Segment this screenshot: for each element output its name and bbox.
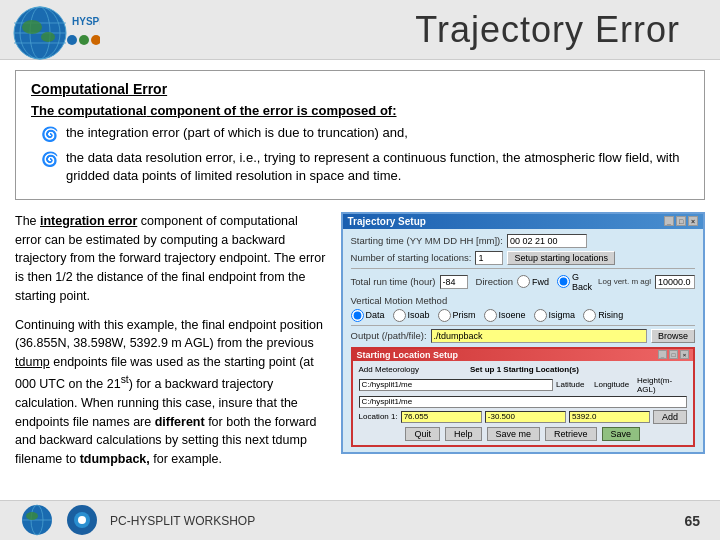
inner-close-btn[interactable]: ×	[680, 350, 689, 359]
path-row-2	[359, 396, 687, 408]
fwd-radio[interactable]	[517, 275, 530, 288]
trajectory-setup-dialog: Trajectory Setup _ □ × Starting time (YY…	[341, 212, 705, 454]
setup-locations-label: Set up 1 Starting Location(s)	[470, 365, 687, 374]
svg-text:HYSPLIT: HYSPLIT	[72, 16, 100, 27]
bullet-bold-1: integration error	[88, 125, 180, 140]
inner-button-row: Quit Help Save me Retrieve Save	[359, 427, 687, 441]
bullet-text-1: the integration error (part of which is …	[66, 124, 408, 142]
path-row-1: Latitude Longitude Height(m-AGL)	[359, 376, 687, 394]
path-input-2[interactable]	[359, 396, 687, 408]
setup-locations-button[interactable]: Setup starting locations	[507, 251, 615, 265]
lon-input[interactable]	[485, 411, 566, 423]
rising-radio-input[interactable]	[583, 309, 596, 322]
inner-dialog-title: Starting Location Setup	[357, 350, 459, 360]
bullet-text-2: the data data resolution error, i.e., tr…	[66, 149, 689, 185]
maximize-btn[interactable]: □	[676, 216, 686, 226]
inner-dialog-body: Add Meteorology Set up 1 Starting Locati…	[353, 361, 693, 445]
add-button[interactable]: Add	[653, 410, 687, 424]
help-button[interactable]: Help	[445, 427, 482, 441]
direction-radio-group: Fwd G Back	[517, 272, 592, 292]
prism-label: Prism	[453, 310, 476, 320]
footer-globe-icon	[20, 503, 55, 538]
integration-error-label: integration error	[40, 214, 137, 228]
paragraph-1: The integration error component of compu…	[15, 212, 326, 306]
different-label: different	[155, 415, 205, 429]
tdump-ref: tdump	[15, 355, 50, 369]
minimize-btn[interactable]: _	[664, 216, 674, 226]
back-radio-item: G Back	[557, 272, 592, 292]
saveme-button[interactable]: Save me	[487, 427, 541, 441]
isoab-radio-input[interactable]	[393, 309, 406, 322]
rising-radio: Rising	[583, 309, 623, 322]
bullet-list: 🌀 the integration error (part of which i…	[31, 124, 689, 185]
quit-button[interactable]: Quit	[405, 427, 440, 441]
intro-bold: computational	[58, 103, 147, 118]
log-input[interactable]	[655, 275, 695, 289]
separator-1	[351, 268, 695, 269]
num-locations-label: Number of starting locations:	[351, 252, 472, 263]
back-radio[interactable]	[557, 275, 570, 288]
output-label: Output (/path/file):	[351, 330, 427, 341]
vert-method-row: Vertical Motion Method	[351, 295, 695, 306]
path-input-1[interactable]	[359, 379, 553, 391]
info-box-intro: The computational component of the error…	[31, 103, 689, 118]
content-left: The integration error component of compu…	[15, 212, 326, 490]
isoene-label: Isoene	[499, 310, 526, 320]
back-label: G Back	[572, 272, 592, 292]
dialog-title-buttons: _ □ ×	[664, 216, 698, 226]
data-label: Data	[366, 310, 385, 320]
footer: PC-HYSPLIT WORKSHOP 65	[0, 500, 720, 540]
height-col-header: Height(m-AGL)	[637, 376, 687, 394]
paragraph-2: Continuing with this example, the final …	[15, 316, 326, 469]
header: HYSPLIT Trajectory Error	[0, 0, 720, 60]
prism-radio-input[interactable]	[438, 309, 451, 322]
intro-rest: component of the error is composed of:	[147, 103, 397, 118]
isoene-radio-input[interactable]	[484, 309, 497, 322]
output-row: Output (/path/file): Browse	[351, 329, 695, 343]
svg-point-8	[41, 32, 55, 42]
footer-logos: PC-HYSPLIT WORKSHOP	[20, 503, 255, 538]
height-input[interactable]	[569, 411, 650, 423]
hysplit-logo: HYSPLIT	[10, 5, 100, 60]
total-run-input[interactable]	[440, 275, 468, 289]
footer-workshop-text: PC-HYSPLIT WORKSHOP	[110, 514, 255, 528]
superscript-st: st	[121, 374, 129, 385]
footer-noaa-icon	[65, 503, 100, 538]
retrieve-button[interactable]: Retrieve	[545, 427, 597, 441]
fwd-radio-item: Fwd	[517, 275, 549, 288]
starting-location-dialog: Starting Location Setup _ □ × Add Meteor…	[351, 347, 695, 447]
bullet-icon-2: 🌀	[41, 150, 58, 170]
starting-time-input[interactable]	[507, 234, 587, 248]
lon-col-header: Longitude	[594, 380, 634, 389]
inner-min-btn[interactable]: _	[658, 350, 667, 359]
starting-time-row: Starting time (YY MM DD HH [mm]):	[351, 234, 695, 248]
bullet-bold-2: data resolution error	[117, 150, 233, 165]
num-locations-input[interactable]	[475, 251, 503, 265]
isigma-radio-input[interactable]	[534, 309, 547, 322]
close-btn[interactable]: ×	[688, 216, 698, 226]
run-options-row: Total run time (hour) Direction Fwd G Ba…	[351, 272, 695, 292]
inner-header-row: Add Meteorology Set up 1 Starting Locati…	[359, 365, 687, 374]
browse-button[interactable]: Browse	[651, 329, 695, 343]
isigma-label: Isigma	[549, 310, 576, 320]
bullet-icon-1: 🌀	[41, 125, 58, 145]
svg-point-19	[78, 516, 86, 524]
output-input[interactable]	[431, 329, 647, 343]
logo-container: HYSPLIT	[10, 5, 100, 63]
save-button[interactable]: Save	[602, 427, 641, 441]
info-box: Computational Error The computational co…	[15, 70, 705, 200]
content-row: The integration error component of compu…	[15, 212, 705, 490]
data-radio-input[interactable]	[351, 309, 364, 322]
svg-point-7	[22, 20, 42, 34]
lat-col-header: Latitude	[556, 380, 591, 389]
svg-point-16	[26, 512, 38, 520]
dialog-title: Trajectory Setup	[348, 216, 426, 227]
inner-max-btn[interactable]: □	[669, 350, 678, 359]
page-title: Trajectory Error	[415, 9, 680, 51]
vert-radio-group: Data Isoab Prism	[351, 309, 624, 322]
add-met-label: Add Meteorology	[359, 365, 467, 374]
bullet-item-2: 🌀 the data data resolution error, i.e., …	[41, 149, 689, 185]
isoab-label: Isoab	[408, 310, 430, 320]
lat-input[interactable]	[401, 411, 482, 423]
direction-label: Direction	[476, 276, 514, 287]
